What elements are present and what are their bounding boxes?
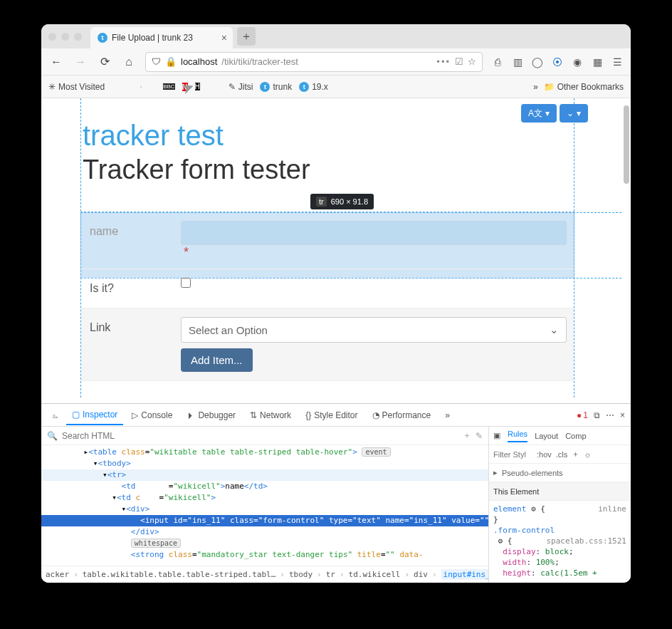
address-bar: ← → ⟳ ⌂ 🛡︎ 🔒 localhost/tiki/tiki/tracker… <box>41 48 631 76</box>
tab-network[interactable]: ⇅Network <box>244 406 297 425</box>
browser-window: t File Upload | trunk 23 × ＋ ← → ⟳ ⌂ 🛡︎ … <box>41 24 631 583</box>
add-node-icon[interactable]: ＋ <box>463 430 471 442</box>
back-button[interactable]: ← <box>48 54 64 70</box>
devtools-tabs: ⎁ ▢Inspector ▷Console ⏵Debugger ⇅Network… <box>41 404 631 427</box>
filter-styles-input[interactable] <box>493 450 532 459</box>
bookmark-item[interactable]: H <box>195 83 200 90</box>
isit-checkbox[interactable] <box>181 278 191 288</box>
reload-button[interactable]: ⟳ <box>97 54 112 70</box>
extension-dots-icon[interactable]: ◉ <box>571 56 584 68</box>
reader-icon[interactable]: ☑ <box>455 56 463 67</box>
hov-toggle[interactable]: :hov <box>537 450 552 459</box>
library-icon[interactable]: ⎙ <box>491 56 504 68</box>
field-label-name: name <box>81 212 174 269</box>
new-rule-icon[interactable]: ＋ <box>572 449 579 459</box>
url-path: /tiki/tiki/tracker-test <box>221 56 298 67</box>
extension-grid-icon[interactable]: ▦ <box>591 56 604 68</box>
bookmark-netflix-icon[interactable]: N <box>182 83 188 91</box>
bookmark-most-visited[interactable]: ✳Most Visited <box>48 82 105 92</box>
url-host: localhost <box>181 56 217 67</box>
search-icon: 🔍 <box>47 431 58 441</box>
menu-icon[interactable]: ☰ <box>611 56 624 68</box>
css-rules[interactable]: element ⚙ {inline } .form-controlspacela… <box>489 501 631 583</box>
tab-debugger[interactable]: ⏵Debugger <box>181 406 241 425</box>
tab-inspector[interactable]: ▢Inspector <box>66 405 123 425</box>
tab-console[interactable]: ▷Console <box>126 406 178 425</box>
star-icon: ✳ <box>48 82 56 92</box>
browser-tab[interactable]: t File Upload | trunk 23 × <box>90 27 233 48</box>
tiki-icon: t <box>260 82 270 92</box>
page-scrollbar[interactable] <box>624 98 629 397</box>
element-picker-icon[interactable]: ⎁ <box>47 406 63 425</box>
tab-style-editor[interactable]: {}Style Editor <box>300 406 363 425</box>
folder-icon: 📁 <box>544 82 555 92</box>
print-sim-icon[interactable]: ☼ <box>584 450 591 459</box>
tab-computed[interactable]: Comp <box>565 432 586 440</box>
new-tab-button[interactable]: ＋ <box>237 27 256 46</box>
tabs-overflow-icon[interactable]: » <box>439 406 456 425</box>
dom-search-input[interactable] <box>62 431 458 441</box>
overflow-icon[interactable]: » <box>533 82 538 92</box>
tab-title: File Upload | trunk 23 <box>112 33 193 43</box>
chevron-down-icon: ⌄ <box>567 108 574 118</box>
layout-panel-icon[interactable]: ▣ <box>493 431 500 440</box>
breadcrumbs[interactable]: acker› table.wikitable.table.table-strip… <box>41 566 488 583</box>
translate-button[interactable]: A文▾ <box>521 104 557 123</box>
tab-performance[interactable]: ◔Performance <box>367 406 437 425</box>
page-subtitle: Tracker form tester <box>83 155 631 185</box>
url-actions-icon[interactable]: ••• <box>436 56 451 67</box>
devtools-close-icon[interactable]: × <box>620 410 625 420</box>
link-select[interactable]: Select an Option ⌄ <box>181 317 567 343</box>
tooltip-dims: 690 × 91.8 <box>331 197 368 206</box>
dock-side-icon[interactable]: ⧉ <box>594 410 600 420</box>
tab-layout[interactable]: Layout <box>535 432 558 440</box>
this-element-header: This Element <box>489 482 631 501</box>
tooltip-tag: tr <box>316 197 327 207</box>
page-content: A文▾ ⌄▾ tracker test Tracker form tester … <box>41 98 631 403</box>
bookmark-star-icon[interactable]: ☆ <box>468 56 476 67</box>
account-icon[interactable]: ◯ <box>531 56 544 68</box>
field-label-isit: Is it? <box>81 269 174 308</box>
bookmark-19x[interactable]: t19.x <box>299 82 328 92</box>
other-bookmarks[interactable]: 📁Other Bookmarks <box>544 82 624 92</box>
dom-tree[interactable]: ▸<table class="wikitable table table-str… <box>41 445 488 566</box>
eyedropper-icon[interactable]: ✎ <box>476 431 483 441</box>
devtools-menu-icon[interactable]: ⋯ <box>606 410 614 420</box>
error-count[interactable]: ●1 <box>577 410 588 420</box>
home-button[interactable]: ⌂ <box>121 54 137 70</box>
close-tab-icon[interactable]: × <box>221 32 227 43</box>
page-actions-dropdown[interactable]: ⌄▾ <box>560 104 588 123</box>
pseudo-elements-row[interactable]: ▸ Pseudo-elements <box>489 464 631 482</box>
styles-tabs: ▣ Rules Layout Comp <box>489 427 631 445</box>
cls-toggle[interactable]: .cls <box>556 450 568 459</box>
dimension-tooltip: tr 690 × 91.8 <box>310 194 374 209</box>
form-row-isit: Is it? <box>81 269 574 308</box>
chevron-down-icon: ⌄ <box>550 323 559 336</box>
styles-panel: ▣ Rules Layout Comp :hov .cls ＋ ☼ ▸ Pseu… <box>488 427 631 583</box>
bookmark-item[interactable] <box>140 86 142 88</box>
add-item-button[interactable]: Add Item... <box>181 348 253 372</box>
sidebar-icon[interactable]: ▥ <box>511 56 524 68</box>
form-row-link: Link Select an Option ⌄ Add Item... <box>81 308 574 381</box>
minimize-window-icon[interactable] <box>61 33 69 41</box>
bookmark-trunk[interactable]: ttrunk <box>260 82 292 92</box>
bookmark-jitsi[interactable]: ✎Jitsi <box>229 82 253 92</box>
dom-search: 🔍 ＋ ✎ <box>41 427 488 445</box>
tiki-icon: t <box>299 82 309 92</box>
name-input[interactable] <box>181 221 567 245</box>
tab-rules[interactable]: Rules <box>508 430 527 442</box>
window-controls[interactable] <box>48 33 82 41</box>
maximize-window-icon[interactable] <box>74 33 82 41</box>
jitsi-icon: ✎ <box>229 82 236 92</box>
close-window-icon[interactable] <box>48 33 56 41</box>
url-input[interactable]: 🛡︎ 🔒 localhost/tiki/tiki/tracker-test ••… <box>145 52 483 72</box>
page-title: tracker test <box>83 120 631 152</box>
bookmark-item[interactable]: BBC <box>163 83 174 90</box>
lock-icon[interactable]: 🔒 <box>165 56 177 67</box>
shield-icon[interactable]: 🛡︎ <box>152 56 161 67</box>
select-value: Select an Option <box>189 324 268 336</box>
translate-icon: A文 <box>528 108 542 120</box>
key-icon[interactable]: ⦿ <box>551 56 564 68</box>
forward-button: → <box>73 54 88 70</box>
bookmarks-bar: ✳Most Visited BBC N H ✎Jitsi ttrunk t19.… <box>41 76 631 98</box>
